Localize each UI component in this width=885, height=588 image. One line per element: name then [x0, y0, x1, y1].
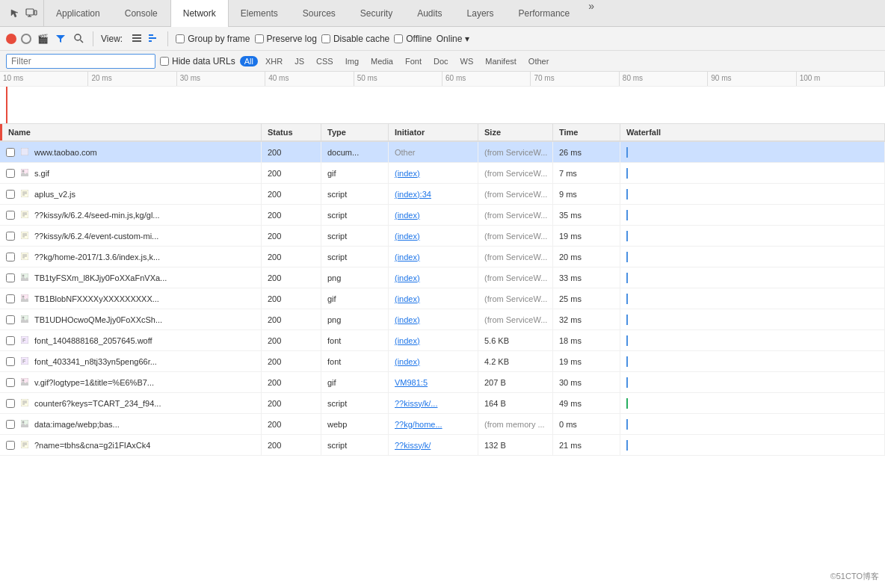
waterfall-view-icon[interactable]	[147, 31, 160, 46]
record-button[interactable]	[6, 34, 16, 44]
throttle-select[interactable]: Online ▾	[437, 34, 470, 44]
table-row[interactable]: ??kissy/k/6.2.4/seed-min.js,kg/gl... 200…	[0, 205, 885, 226]
table-row[interactable]: www.taobao.com 200 docum... Other (from …	[0, 142, 885, 163]
row-checkbox[interactable]	[6, 148, 15, 157]
row-checkbox[interactable]	[6, 253, 15, 261]
filter-all-button[interactable]: All	[240, 56, 258, 66]
disable-cache-checkbox[interactable]: Disable cache	[321, 34, 389, 44]
search-button[interactable]	[72, 32, 85, 46]
cell-name: www.taobao.com	[0, 142, 262, 162]
initiator-link[interactable]: (index)	[395, 294, 420, 303]
tab-security[interactable]: Security	[348, 0, 405, 26]
filter-ws-button[interactable]: WS	[456, 56, 478, 66]
filter-css-button[interactable]: CSS	[312, 56, 338, 66]
table-row[interactable]: TB1UDHOcwoQMeJjy0FoXXcSh... 200 png (ind…	[0, 309, 885, 330]
filter-doc-button[interactable]: Doc	[429, 56, 453, 66]
filter-font-button[interactable]: Font	[401, 56, 426, 66]
tab-sources[interactable]: Sources	[291, 0, 348, 26]
initiator-link[interactable]: (index)	[395, 273, 420, 282]
group-by-frame-checkbox[interactable]: Group by frame	[176, 34, 250, 44]
tick-70ms: 70 ms	[531, 72, 619, 86]
initiator-link[interactable]: (index)	[395, 315, 420, 324]
table-row[interactable]: ?name=tbhs&cna=g2i1FIAxCk4 200 script ??…	[0, 435, 885, 456]
col-header-waterfall[interactable]: Waterfall	[620, 124, 885, 140]
initiator-link[interactable]: (index):34	[395, 190, 431, 199]
table-row[interactable]: ??kg/home-2017/1.3.6/index.js,k... 200 s…	[0, 247, 885, 267]
offline-checkbox[interactable]: Offline	[394, 34, 431, 44]
row-checkbox[interactable]	[6, 169, 15, 178]
row-checkbox[interactable]	[6, 441, 15, 450]
table-row[interactable]: F font_403341_n8tj33yn5peng66r... 200 fo…	[0, 351, 885, 372]
row-checkbox[interactable]	[6, 378, 15, 387]
file-icon	[21, 169, 28, 178]
table-row[interactable]: data:image/webp;bas... 200 webp ??kg/hom…	[0, 414, 885, 435]
initiator-link[interactable]: (index)	[395, 211, 420, 220]
row-checkbox[interactable]	[6, 190, 15, 199]
filter-xhr-button[interactable]: XHR	[261, 56, 287, 66]
video-button[interactable]: 🎬	[36, 32, 49, 46]
cell-size: (from ServiceW...	[478, 142, 553, 162]
tab-network[interactable]: Network	[170, 0, 229, 26]
device-icon[interactable]	[25, 7, 37, 19]
filter-input[interactable]	[6, 54, 155, 69]
table-row[interactable]: counter6?keys=TCART_234_f94... 200 scrip…	[0, 393, 885, 414]
row-checkbox[interactable]	[6, 211, 15, 220]
row-checkbox[interactable]	[6, 315, 15, 324]
filter-js-button[interactable]: JS	[290, 56, 309, 66]
table-body: www.taobao.com 200 docum... Other (from …	[0, 142, 885, 456]
network-table[interactable]: Name Status Type Initiator Size Time Wat…	[0, 124, 885, 588]
waterfall-bar	[626, 163, 628, 183]
tab-more-icon[interactable]: »	[582, 0, 600, 26]
cell-name: counter6?keys=TCART_234_f94...	[0, 393, 262, 413]
cell-time: 18 ms	[553, 330, 620, 350]
filter-button[interactable]	[54, 32, 67, 46]
cell-waterfall	[620, 247, 885, 267]
tab-audits[interactable]: Audits	[405, 0, 454, 26]
tab-layers[interactable]: Layers	[455, 0, 507, 26]
col-header-name[interactable]: Name	[0, 124, 262, 140]
filter-other-button[interactable]: Other	[524, 56, 554, 66]
initiator-link[interactable]: ??kg/home...	[395, 420, 442, 429]
col-header-initiator[interactable]: Initiator	[389, 124, 478, 140]
stop-button[interactable]	[21, 34, 31, 44]
col-header-status[interactable]: Status	[262, 124, 321, 140]
row-checkbox[interactable]	[6, 399, 15, 408]
table-row[interactable]: F font_1404888168_2057645.woff 200 font …	[0, 330, 885, 351]
waterfall-bar	[626, 435, 628, 455]
row-checkbox[interactable]	[6, 294, 15, 303]
initiator-link[interactable]: VM981:5	[395, 378, 428, 387]
table-row[interactable]: aplus_v2.js 200 script (index):34 (from …	[0, 184, 885, 205]
initiator-link[interactable]: (index)	[395, 169, 420, 178]
table-row[interactable]: s.gif 200 gif (index) (from ServiceW... …	[0, 163, 885, 184]
initiator-link[interactable]: ??kissy/k/	[395, 441, 431, 450]
cell-type: script	[321, 435, 389, 455]
initiator-link[interactable]: (index)	[395, 357, 420, 366]
hide-data-urls-checkbox[interactable]: Hide data URLs	[160, 56, 235, 66]
row-checkbox[interactable]	[6, 420, 15, 429]
list-view-icon[interactable]	[130, 31, 144, 46]
row-checkbox[interactable]	[6, 273, 15, 282]
tab-performance[interactable]: Performance	[507, 0, 583, 26]
col-header-size[interactable]: Size	[478, 124, 553, 140]
initiator-link[interactable]: (index)	[395, 232, 420, 241]
initiator-link[interactable]: (index)	[395, 336, 420, 345]
tab-application[interactable]: Application	[44, 0, 113, 26]
table-row[interactable]: TB1BlobNFXXXXyXXXXXXXXX... 200 gif (inde…	[0, 288, 885, 309]
table-row[interactable]: TB1tyFSXm_l8KJjy0FoXXaFnVXa... 200 png (…	[0, 267, 885, 288]
table-row[interactable]: ??kissy/k/6.2.4/event-custom-mi... 200 s…	[0, 226, 885, 247]
row-checkbox[interactable]	[6, 232, 15, 241]
table-row[interactable]: v.gif?logtype=1&title=%E6%B7... 200 gif …	[0, 372, 885, 393]
initiator-link[interactable]: ??kissy/k/...	[395, 399, 437, 408]
initiator-link[interactable]: (index)	[395, 253, 420, 261]
cursor-icon[interactable]	[9, 7, 21, 19]
tab-elements[interactable]: Elements	[229, 0, 291, 26]
filter-manifest-button[interactable]: Manifest	[481, 56, 521, 66]
filter-img-button[interactable]: Img	[341, 56, 363, 66]
row-checkbox[interactable]	[6, 336, 15, 345]
filter-media-button[interactable]: Media	[366, 56, 398, 66]
tab-console[interactable]: Console	[113, 0, 170, 26]
col-header-type[interactable]: Type	[321, 124, 389, 140]
col-header-time[interactable]: Time	[553, 124, 620, 140]
row-checkbox[interactable]	[6, 357, 15, 366]
preserve-log-checkbox[interactable]: Preserve log	[255, 34, 317, 44]
